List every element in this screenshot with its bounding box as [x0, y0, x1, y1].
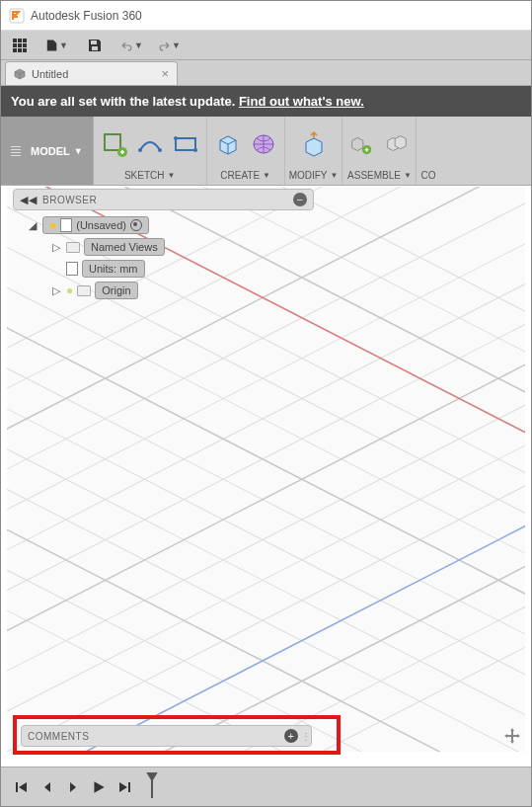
- title-bar: Autodesk Fusion 360: [1, 1, 531, 31]
- file-menu-button[interactable]: ▼: [46, 35, 68, 56]
- svg-point-15: [158, 148, 162, 152]
- timeline-play-button[interactable]: [90, 778, 108, 796]
- svg-point-18: [193, 148, 197, 152]
- tree-row-root[interactable]: ◢ ● (Unsaved): [13, 214, 314, 236]
- expand-toggle[interactable]: ▷: [50, 284, 62, 297]
- data-panel-button[interactable]: [9, 35, 31, 56]
- pan-arrows-icon[interactable]: [503, 727, 521, 745]
- svg-rect-2: [18, 39, 22, 42]
- grip-icon: ⋮: [301, 731, 305, 742]
- ribbon-group-label[interactable]: CREATE▼: [220, 167, 270, 183]
- grip-icon: [11, 146, 21, 156]
- svg-line-44: [7, 318, 525, 722]
- activate-radio[interactable]: [130, 219, 142, 231]
- tree-row-units[interactable]: Units: mm: [13, 258, 314, 280]
- browser-title: BROWSER: [42, 195, 97, 205]
- joint-button[interactable]: [382, 129, 412, 159]
- svg-rect-4: [13, 43, 17, 47]
- banner-link[interactable]: Find out what's new.: [239, 94, 364, 109]
- svg-line-50: [7, 560, 525, 752]
- svg-rect-58: [128, 782, 130, 792]
- close-tab-button[interactable]: ×: [161, 66, 169, 81]
- redo-button[interactable]: ▼: [159, 35, 181, 56]
- chevron-down-icon: ▼: [59, 40, 68, 50]
- comments-panel-header[interactable]: COMMENTS + ⋮: [21, 725, 312, 747]
- workspace-switcher[interactable]: MODEL ▼: [1, 117, 94, 185]
- svg-line-30: [7, 359, 525, 752]
- new-component-button[interactable]: [346, 129, 376, 159]
- save-button[interactable]: [84, 35, 106, 56]
- chevron-down-icon: ▼: [167, 171, 175, 180]
- timeline-start-button[interactable]: [13, 778, 31, 796]
- lightbulb-icon[interactable]: ●: [66, 283, 73, 297]
- svg-line-47: [7, 439, 525, 752]
- svg-rect-6: [23, 43, 27, 47]
- collapse-left-icon[interactable]: ◀◀: [20, 194, 37, 206]
- ribbon-group-sketch: SKETCH▼: [94, 117, 207, 185]
- timeline-playhead[interactable]: [151, 776, 153, 798]
- expand-toggle[interactable]: ◢: [27, 219, 38, 232]
- undo-button[interactable]: ▼: [121, 35, 143, 56]
- svg-rect-3: [23, 39, 27, 42]
- svg-line-49: [7, 520, 525, 752]
- rectangle-tool-button[interactable]: [171, 129, 200, 159]
- update-banner: You are all set with the latest update. …: [1, 86, 531, 117]
- quick-access-toolbar: ▼ ▼ ▼: [1, 31, 531, 60]
- document-tab[interactable]: Untitled ×: [5, 61, 178, 85]
- svg-line-46: [7, 399, 525, 753]
- workspace-label: MODEL: [31, 145, 70, 157]
- timeline-step-back-button[interactable]: [38, 778, 56, 796]
- document-tab-bar: Untitled ×: [1, 60, 531, 86]
- minimize-button[interactable]: –: [293, 193, 307, 206]
- ribbon-group-label[interactable]: MODIFY▼: [289, 167, 339, 183]
- add-comment-button[interactable]: +: [284, 729, 298, 743]
- svg-rect-9: [23, 48, 27, 52]
- document-tab-label: Untitled: [32, 68, 68, 80]
- svg-line-53: [7, 479, 525, 752]
- chevron-down-icon: ▼: [134, 40, 143, 50]
- svg-line-54: [7, 278, 525, 682]
- svg-rect-5: [18, 43, 22, 47]
- ribbon-group-label[interactable]: ASSEMBLE▼: [347, 167, 412, 183]
- document-icon: [60, 218, 72, 232]
- tree-row-named-views[interactable]: ▷ Named Views: [13, 236, 314, 258]
- ribbon-group-modify: MODIFY▼: [285, 117, 343, 185]
- browser-header[interactable]: ◀◀ BROWSER –: [13, 189, 314, 210]
- ribbon-toolbar: MODEL ▼ SKETCH▼ CREATE▼ MODIFY▼ ASSEMBLE…: [1, 117, 531, 186]
- svg-rect-11: [92, 46, 98, 50]
- ribbon-group-label[interactable]: SKETCH▼: [124, 167, 175, 183]
- banner-text: You are all set with the latest update.: [11, 94, 239, 109]
- create-sketch-button[interactable]: [100, 129, 129, 159]
- svg-line-31: [7, 399, 525, 753]
- folder-icon: [66, 242, 80, 253]
- form-button[interactable]: [249, 129, 278, 159]
- svg-line-34: [7, 520, 525, 752]
- chevron-down-icon: ▼: [331, 171, 339, 180]
- ribbon-group-create: CREATE▼: [207, 117, 285, 185]
- ribbon-group-assemble: ASSEMBLE▼: [342, 117, 417, 185]
- app-title: Autodesk Fusion 360: [31, 9, 142, 23]
- box-button[interactable]: [213, 129, 243, 159]
- expand-toggle[interactable]: ▷: [50, 241, 62, 254]
- svg-rect-10: [91, 40, 97, 44]
- svg-rect-7: [13, 48, 17, 52]
- chevron-down-icon: ▼: [172, 40, 181, 50]
- svg-rect-57: [16, 782, 18, 792]
- browser-tree: ◢ ● (Unsaved) ▷ Named Views Units: mm ▷ …: [13, 210, 314, 305]
- ribbon-group-construct: CO: [417, 117, 436, 185]
- cube-icon: [14, 68, 26, 80]
- folder-icon: [77, 285, 91, 296]
- line-tool-button[interactable]: [135, 129, 165, 159]
- svg-rect-12: [105, 134, 120, 150]
- svg-line-35: [7, 560, 525, 752]
- ribbon-group-label[interactable]: CO: [420, 167, 435, 183]
- lightbulb-icon[interactable]: ●: [49, 218, 56, 232]
- press-pull-button[interactable]: [299, 129, 329, 159]
- svg-point-17: [174, 136, 178, 140]
- svg-line-28: [7, 278, 525, 682]
- tree-row-origin[interactable]: ▷ ● Origin: [13, 280, 314, 301]
- timeline-end-button[interactable]: [115, 778, 133, 796]
- svg-line-45: [7, 359, 525, 752]
- svg-line-51: [7, 278, 525, 682]
- timeline-step-forward-button[interactable]: [64, 778, 82, 796]
